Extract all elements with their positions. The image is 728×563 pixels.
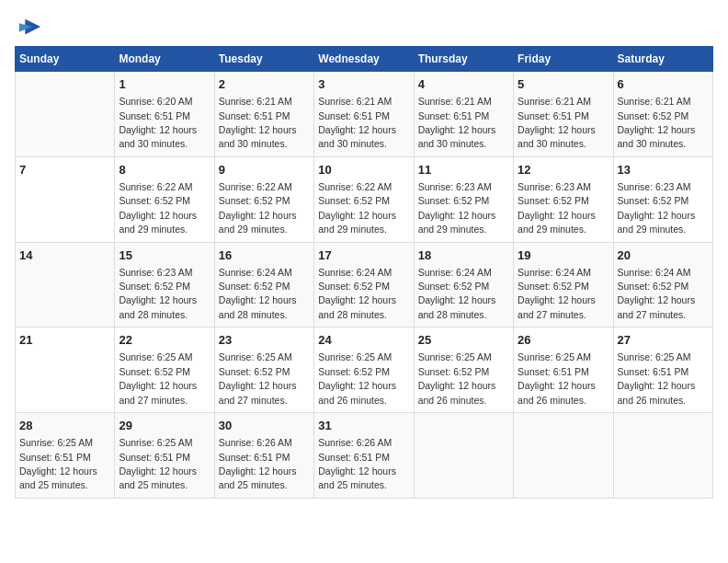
calendar-header-row: SundayMondayTuesdayWednesdayThursdayFrid… <box>16 47 713 72</box>
cell-content: Sunrise: 6:25 AM Sunset: 6:52 PM Dayligh… <box>219 351 297 405</box>
calendar-cell: 11Sunrise: 6:23 AM Sunset: 6:52 PM Dayli… <box>414 156 513 242</box>
cell-content: Sunrise: 6:25 AM Sunset: 6:52 PM Dayligh… <box>318 351 396 405</box>
page-header <box>15 15 713 37</box>
day-number: 8 <box>119 162 210 178</box>
day-number: 30 <box>219 418 310 434</box>
day-number: 23 <box>219 332 310 349</box>
calendar-cell <box>414 413 513 499</box>
calendar-cell: 23Sunrise: 6:25 AM Sunset: 6:52 PM Dayli… <box>214 327 313 413</box>
day-header-wednesday: Wednesday <box>314 47 414 72</box>
calendar-week-row: 78Sunrise: 6:22 AM Sunset: 6:52 PM Dayli… <box>16 156 713 242</box>
day-number: 19 <box>518 247 609 264</box>
calendar-cell: 31Sunrise: 6:26 AM Sunset: 6:51 PM Dayli… <box>314 413 414 499</box>
calendar-cell: 3Sunrise: 6:21 AM Sunset: 6:51 PM Daylig… <box>314 72 414 157</box>
calendar-cell: 17Sunrise: 6:24 AM Sunset: 6:52 PM Dayli… <box>314 242 414 327</box>
calendar-cell: 22Sunrise: 6:25 AM Sunset: 6:52 PM Dayli… <box>115 327 214 413</box>
day-number: 5 <box>518 76 609 93</box>
cell-content: Sunrise: 6:25 AM Sunset: 6:51 PM Dayligh… <box>518 351 596 405</box>
cell-content: Sunrise: 6:22 AM Sunset: 6:52 PM Dayligh… <box>318 181 396 235</box>
calendar-table: SundayMondayTuesdayWednesdayThursdayFrid… <box>15 46 713 499</box>
cell-content: Sunrise: 6:24 AM Sunset: 6:52 PM Dayligh… <box>518 267 596 320</box>
cell-content: Sunrise: 6:25 AM Sunset: 6:52 PM Dayligh… <box>418 351 496 405</box>
day-number: 1 <box>119 76 210 93</box>
day-number: 31 <box>318 418 409 434</box>
calendar-cell <box>16 72 115 157</box>
calendar-cell: 29Sunrise: 6:25 AM Sunset: 6:51 PM Dayli… <box>115 413 214 499</box>
day-number: 28 <box>19 418 110 434</box>
logo-icon <box>17 15 42 40</box>
day-number: 18 <box>418 247 509 264</box>
day-number: 9 <box>219 162 310 178</box>
day-header-monday: Monday <box>115 47 214 72</box>
cell-content: Sunrise: 6:24 AM Sunset: 6:52 PM Dayligh… <box>318 267 396 320</box>
calendar-week-row: 2122Sunrise: 6:25 AM Sunset: 6:52 PM Day… <box>16 327 713 413</box>
calendar-cell: 21 <box>16 327 115 413</box>
calendar-cell: 4Sunrise: 6:21 AM Sunset: 6:51 PM Daylig… <box>414 72 513 157</box>
cell-content: Sunrise: 6:25 AM Sunset: 6:52 PM Dayligh… <box>119 351 197 405</box>
calendar-cell: 19Sunrise: 6:24 AM Sunset: 6:52 PM Dayli… <box>514 242 613 327</box>
cell-content: Sunrise: 6:26 AM Sunset: 6:51 PM Dayligh… <box>219 437 297 490</box>
day-number: 29 <box>119 418 210 434</box>
cell-content: Sunrise: 6:23 AM Sunset: 6:52 PM Dayligh… <box>518 181 596 235</box>
cell-content: Sunrise: 6:22 AM Sunset: 6:52 PM Dayligh… <box>219 181 297 235</box>
calendar-cell: 1Sunrise: 6:20 AM Sunset: 6:51 PM Daylig… <box>115 72 214 157</box>
calendar-cell: 16Sunrise: 6:24 AM Sunset: 6:52 PM Dayli… <box>214 242 313 327</box>
day-number: 7 <box>19 162 110 178</box>
day-number: 11 <box>418 162 509 178</box>
calendar-cell: 25Sunrise: 6:25 AM Sunset: 6:52 PM Dayli… <box>414 327 513 413</box>
calendar-cell: 12Sunrise: 6:23 AM Sunset: 6:52 PM Dayli… <box>514 156 613 242</box>
day-header-friday: Friday <box>514 47 613 72</box>
day-number: 24 <box>318 332 409 349</box>
cell-content: Sunrise: 6:23 AM Sunset: 6:52 PM Dayligh… <box>418 181 496 235</box>
cell-content: Sunrise: 6:21 AM Sunset: 6:51 PM Dayligh… <box>418 96 496 149</box>
calendar-cell <box>514 413 613 499</box>
cell-content: Sunrise: 6:25 AM Sunset: 6:51 PM Dayligh… <box>119 437 197 490</box>
day-number: 10 <box>318 162 409 178</box>
calendar-cell: 9Sunrise: 6:22 AM Sunset: 6:52 PM Daylig… <box>214 156 313 242</box>
day-number: 6 <box>618 76 709 93</box>
cell-content: Sunrise: 6:23 AM Sunset: 6:52 PM Dayligh… <box>618 181 696 235</box>
calendar-cell: 24Sunrise: 6:25 AM Sunset: 6:52 PM Dayli… <box>314 327 414 413</box>
day-number: 26 <box>518 332 609 349</box>
cell-content: Sunrise: 6:21 AM Sunset: 6:51 PM Dayligh… <box>518 96 596 149</box>
cell-content: Sunrise: 6:23 AM Sunset: 6:52 PM Dayligh… <box>119 267 197 320</box>
day-number: 27 <box>618 332 709 349</box>
calendar-cell: 2Sunrise: 6:21 AM Sunset: 6:51 PM Daylig… <box>214 72 313 157</box>
day-number: 15 <box>119 247 210 264</box>
calendar-week-row: 28Sunrise: 6:25 AM Sunset: 6:51 PM Dayli… <box>16 413 713 499</box>
day-header-thursday: Thursday <box>414 47 513 72</box>
day-number: 14 <box>19 247 110 264</box>
day-number: 21 <box>19 332 110 349</box>
calendar-week-row: 1Sunrise: 6:20 AM Sunset: 6:51 PM Daylig… <box>16 72 713 157</box>
day-number: 20 <box>618 247 709 264</box>
calendar-cell: 13Sunrise: 6:23 AM Sunset: 6:52 PM Dayli… <box>613 156 712 242</box>
calendar-cell: 10Sunrise: 6:22 AM Sunset: 6:52 PM Dayli… <box>314 156 414 242</box>
cell-content: Sunrise: 6:24 AM Sunset: 6:52 PM Dayligh… <box>418 267 496 320</box>
day-number: 25 <box>418 332 509 349</box>
calendar-cell: 20Sunrise: 6:24 AM Sunset: 6:52 PM Dayli… <box>613 242 712 327</box>
calendar-cell: 27Sunrise: 6:25 AM Sunset: 6:51 PM Dayli… <box>613 327 712 413</box>
cell-content: Sunrise: 6:24 AM Sunset: 6:52 PM Dayligh… <box>219 267 297 320</box>
calendar-week-row: 1415Sunrise: 6:23 AM Sunset: 6:52 PM Day… <box>16 242 713 327</box>
day-number: 22 <box>119 332 210 349</box>
day-number: 16 <box>219 247 310 264</box>
calendar-cell: 8Sunrise: 6:22 AM Sunset: 6:52 PM Daylig… <box>115 156 214 242</box>
day-header-tuesday: Tuesday <box>214 47 313 72</box>
calendar-cell: 18Sunrise: 6:24 AM Sunset: 6:52 PM Dayli… <box>414 242 513 327</box>
day-header-saturday: Saturday <box>613 47 712 72</box>
cell-content: Sunrise: 6:21 AM Sunset: 6:52 PM Dayligh… <box>618 96 696 149</box>
calendar-cell: 6Sunrise: 6:21 AM Sunset: 6:52 PM Daylig… <box>613 72 712 157</box>
cell-content: Sunrise: 6:21 AM Sunset: 6:51 PM Dayligh… <box>219 96 297 149</box>
calendar-cell: 26Sunrise: 6:25 AM Sunset: 6:51 PM Dayli… <box>514 327 613 413</box>
calendar-cell: 15Sunrise: 6:23 AM Sunset: 6:52 PM Dayli… <box>115 242 214 327</box>
cell-content: Sunrise: 6:25 AM Sunset: 6:51 PM Dayligh… <box>618 351 696 405</box>
calendar-cell: 14 <box>16 242 115 327</box>
day-number: 3 <box>318 76 409 93</box>
day-number: 2 <box>219 76 310 93</box>
cell-content: Sunrise: 6:25 AM Sunset: 6:51 PM Dayligh… <box>19 437 97 490</box>
day-header-sunday: Sunday <box>16 47 115 72</box>
calendar-cell: 28Sunrise: 6:25 AM Sunset: 6:51 PM Dayli… <box>16 413 115 499</box>
day-number: 13 <box>618 162 709 178</box>
logo <box>15 15 42 37</box>
calendar-cell: 5Sunrise: 6:21 AM Sunset: 6:51 PM Daylig… <box>514 72 613 157</box>
